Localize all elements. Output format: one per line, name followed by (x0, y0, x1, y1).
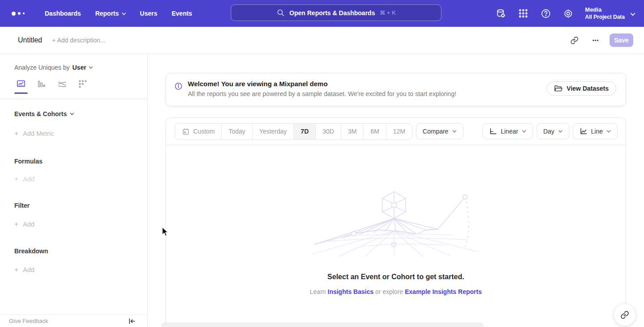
search-shortcut: ⌘ + K (379, 9, 396, 16)
date-range-6m[interactable]: 6M (364, 124, 386, 139)
welcome-banner: Welcome! You are viewing a Mixpanel demo… (165, 73, 626, 106)
add-filter-label: Add (23, 221, 34, 228)
nav-events[interactable]: Events (165, 6, 199, 21)
line-chart-icon (580, 128, 588, 135)
date-range-30d[interactable]: 30D (316, 124, 341, 139)
tab-flow-chart[interactable] (55, 79, 69, 89)
copy-link-icon[interactable] (567, 34, 582, 47)
date-range-7d[interactable]: 7D (294, 124, 316, 139)
nav-users[interactable]: Users (133, 6, 165, 21)
tab-bar-chart[interactable] (35, 79, 48, 89)
primary-nav: Dashboards Reports Users Events (38, 6, 199, 21)
date-range-custom-label: Custom (193, 128, 215, 135)
give-feedback-link[interactable]: Give Feedback (9, 318, 48, 324)
chevron-down-icon (558, 129, 563, 134)
plus-icon: + (14, 266, 18, 274)
save-button[interactable]: Save (610, 34, 633, 47)
project-switcher[interactable]: Media All Project Data (585, 6, 634, 20)
report-title[interactable]: Untitled (18, 36, 42, 44)
plus-icon: + (14, 130, 18, 138)
example-insights-reports-link[interactable]: Example Insights Reports (405, 288, 482, 295)
nav-reports[interactable]: Reports (88, 6, 133, 21)
section-events-cohorts[interactable]: Events & Cohorts (14, 110, 147, 117)
settings-gear-icon[interactable] (563, 8, 573, 19)
tab-metrics[interactable] (76, 79, 89, 89)
date-range-custom[interactable]: Custom (175, 124, 222, 139)
share-link-fab[interactable] (614, 304, 636, 326)
add-formula-label: Add (23, 176, 34, 183)
nav-dashboards-label: Dashboards (45, 10, 81, 17)
date-range-12m-label: 12M (393, 128, 405, 135)
chevron-down-icon (630, 12, 634, 16)
help-icon[interactable] (540, 8, 551, 19)
search-icon (276, 8, 285, 17)
view-datasets-button[interactable]: View Datasets (547, 81, 616, 96)
empty-state: Select an Event or Cohort to get started… (166, 145, 626, 327)
selected-tab-underline (14, 92, 28, 94)
apps-grid-icon[interactable] (518, 8, 529, 19)
date-range-6m-label: 6M (370, 128, 379, 135)
query-builder-sidebar: Analyze Uniques by User (0, 54, 148, 327)
add-metric-button[interactable]: + Add Metric (14, 130, 147, 138)
report-main-area: Welcome! You are viewing a Mixpanel demo… (148, 54, 644, 327)
ellipsis-icon: ••• (593, 38, 599, 43)
section-filter: Filter (14, 202, 147, 209)
tab-line-chart[interactable] (14, 79, 28, 94)
date-range-3m-label: 3M (348, 128, 356, 135)
project-scope: All Project Data (585, 14, 625, 21)
calendar-icon (182, 128, 190, 135)
empty-state-illustration (311, 190, 481, 257)
collapse-sidebar-icon[interactable] (128, 318, 136, 324)
compare-button[interactable]: Compare (416, 123, 463, 139)
chart-controls-row: Custom Today Yesterday 7D 30D 3M 6M 12M … (166, 118, 626, 139)
plus-icon: + (14, 220, 18, 228)
learn-prefix: Learn (310, 288, 328, 295)
chevron-down-icon (122, 12, 126, 16)
chart-type-label: Line (591, 128, 603, 135)
info-icon (174, 82, 182, 92)
search-placeholder: Open Reports & Dashboards (289, 9, 375, 17)
chart-type-selector-button[interactable]: Line (573, 123, 618, 139)
add-filter-button[interactable]: + Add (14, 220, 147, 228)
view-datasets-label: View Datasets (567, 85, 609, 92)
chevron-down-icon (522, 129, 526, 134)
add-metric-label: Add Metric (23, 130, 54, 137)
analyze-uniques-label: Analyze Uniques by (14, 64, 70, 71)
data-management-icon[interactable] (496, 8, 506, 19)
chevron-down-icon (606, 129, 611, 134)
insights-chart-card: Custom Today Yesterday 7D 30D 3M 6M 12M … (165, 117, 626, 327)
empty-state-title: Select an Event or Cohort to get started… (327, 273, 464, 281)
global-search-input[interactable]: Open Reports & Dashboards ⌘ + K (231, 4, 441, 21)
add-breakdown-button[interactable]: + Add (14, 266, 147, 274)
events-cohorts-label: Events & Cohorts (14, 110, 67, 117)
compare-label: Compare (423, 128, 449, 135)
date-range-3m[interactable]: 3M (341, 124, 364, 139)
date-range-today-label: Today (229, 128, 245, 135)
section-breakdown: Breakdown (14, 247, 147, 255)
date-range-yesterday-label: Yesterday (259, 128, 287, 135)
plus-icon: + (14, 175, 18, 183)
date-range-12m[interactable]: 12M (386, 124, 412, 139)
date-range-selector: Custom Today Yesterday 7D 30D 3M 6M 12M (175, 123, 412, 140)
breakdown-label: Breakdown (14, 247, 48, 255)
add-breakdown-label: Add (23, 266, 34, 273)
scale-selector-button[interactable]: Linear (483, 123, 533, 139)
nav-reports-label: Reports (95, 10, 119, 17)
add-formula-button[interactable]: + Add (14, 175, 147, 183)
next-section-panel-edge (161, 323, 484, 327)
date-range-today[interactable]: Today (222, 124, 252, 139)
empty-state-links: Learn Insights Basics or explore Example… (310, 288, 482, 295)
more-options-button[interactable]: ••• (588, 34, 603, 47)
analyze-by-dropdown[interactable]: User (72, 64, 93, 71)
sidebar-footer: Give Feedback (0, 314, 147, 327)
section-formulas: Formulas (14, 158, 147, 165)
mixpanel-logo-icon[interactable] (12, 12, 30, 16)
nav-dashboards[interactable]: Dashboards (38, 6, 88, 21)
chevron-down-icon (452, 129, 457, 134)
insights-basics-link[interactable]: Insights Basics (328, 288, 374, 295)
nav-events-label: Events (172, 10, 192, 17)
report-description-placeholder[interactable]: + Add description... (52, 37, 105, 44)
interval-selector-button[interactable]: Day (537, 123, 569, 139)
banner-title: Welcome! You are viewing a Mixpanel demo (188, 80, 456, 88)
date-range-yesterday[interactable]: Yesterday (253, 124, 294, 139)
